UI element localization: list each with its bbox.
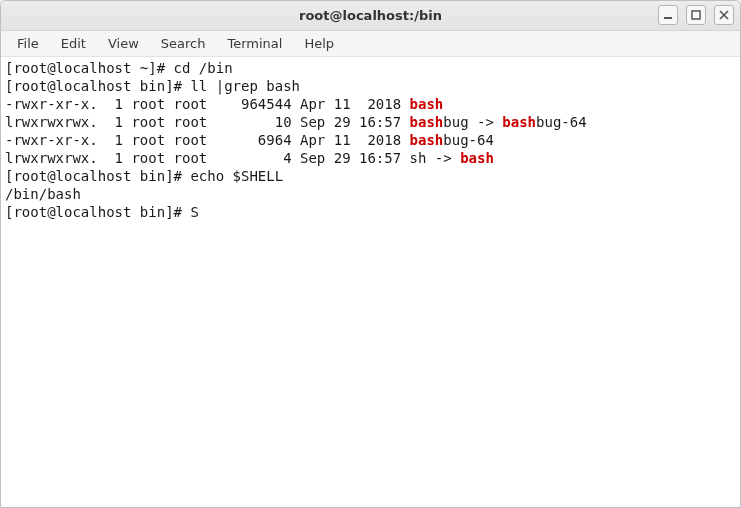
close-icon xyxy=(719,10,729,20)
menu-file[interactable]: File xyxy=(7,33,49,54)
terminal-line: [root@localhost ~]# cd /bin xyxy=(5,59,736,77)
terminal-text: -rwxr-xr-x. 1 root root 964544 Apr 11 20… xyxy=(5,96,410,112)
menubar: File Edit View Search Terminal Help xyxy=(1,31,740,57)
close-button[interactable] xyxy=(714,5,734,25)
minimize-icon xyxy=(663,10,673,20)
terminal-text: [root@localhost bin]# S xyxy=(5,204,199,220)
grep-match: bash xyxy=(410,132,444,148)
grep-match: bash xyxy=(502,114,536,130)
terminal-text: bug -> xyxy=(443,114,502,130)
grep-match: bash xyxy=(410,96,444,112)
titlebar: root@localhost:/bin xyxy=(1,1,740,31)
terminal-text: [root@localhost ~]# cd /bin xyxy=(5,60,233,76)
terminal-line: [root@localhost bin]# echo $SHELL xyxy=(5,167,736,185)
window-controls xyxy=(658,5,734,25)
svg-rect-1 xyxy=(692,11,700,19)
window-title: root@localhost:/bin xyxy=(299,8,442,23)
grep-match: bash xyxy=(460,150,494,166)
terminal-line: [root@localhost bin]# S xyxy=(5,203,736,221)
maximize-icon xyxy=(691,10,701,20)
minimize-button[interactable] xyxy=(658,5,678,25)
terminal-text: lrwxrwxrwx. 1 root root 10 Sep 29 16:57 xyxy=(5,114,410,130)
menu-view[interactable]: View xyxy=(98,33,149,54)
terminal-text: /bin/bash xyxy=(5,186,81,202)
maximize-button[interactable] xyxy=(686,5,706,25)
terminal-line: lrwxrwxrwx. 1 root root 4 Sep 29 16:57 s… xyxy=(5,149,736,167)
grep-match: bash xyxy=(410,114,444,130)
menu-search[interactable]: Search xyxy=(151,33,216,54)
terminal-text: lrwxrwxrwx. 1 root root 4 Sep 29 16:57 s… xyxy=(5,150,460,166)
menu-edit[interactable]: Edit xyxy=(51,33,96,54)
terminal-line: /bin/bash xyxy=(5,185,736,203)
terminal-line: -rwxr-xr-x. 1 root root 6964 Apr 11 2018… xyxy=(5,131,736,149)
svg-rect-0 xyxy=(664,17,672,19)
terminal-text: bug-64 xyxy=(443,132,494,148)
terminal-text: [root@localhost bin]# ll |grep bash xyxy=(5,78,300,94)
menu-help[interactable]: Help xyxy=(294,33,344,54)
menu-terminal[interactable]: Terminal xyxy=(217,33,292,54)
terminal-line: [root@localhost bin]# ll |grep bash xyxy=(5,77,736,95)
terminal-text: [root@localhost bin]# echo $SHELL xyxy=(5,168,283,184)
terminal-line: -rwxr-xr-x. 1 root root 964544 Apr 11 20… xyxy=(5,95,736,113)
terminal-window: root@localhost:/bin File Edit V xyxy=(0,0,741,508)
terminal-line: lrwxrwxrwx. 1 root root 10 Sep 29 16:57 … xyxy=(5,113,736,131)
terminal-text: -rwxr-xr-x. 1 root root 6964 Apr 11 2018 xyxy=(5,132,410,148)
terminal-output[interactable]: [root@localhost ~]# cd /bin[root@localho… xyxy=(1,57,740,507)
terminal-text: bug-64 xyxy=(536,114,587,130)
